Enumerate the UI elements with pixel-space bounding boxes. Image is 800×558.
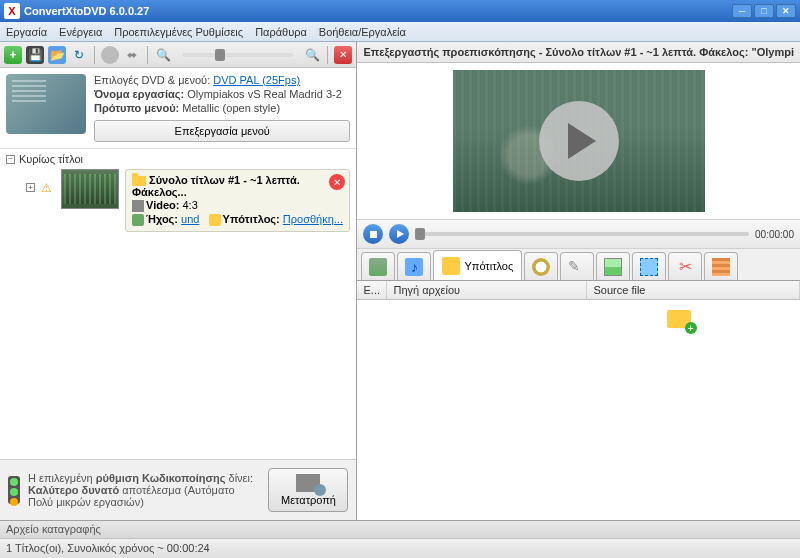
title-details: ✕ Σύνολο τίτλων #1 - ~1 λεπτά. Φάκελος..… xyxy=(125,169,350,232)
convert-button[interactable]: Μετατροπή xyxy=(268,468,348,512)
zoom-slider[interactable] xyxy=(182,53,293,57)
maximize-button[interactable]: □ xyxy=(754,4,774,18)
minimize-button[interactable]: ─ xyxy=(732,4,752,18)
zoom-out-icon[interactable]: 🔍 xyxy=(154,46,172,64)
dvd-name-label: Όνομα εργασίας: xyxy=(94,88,184,100)
time-label: 00:00:00 xyxy=(755,229,794,240)
edit-menu-button[interactable]: Επεξεργασία μενού xyxy=(94,120,350,142)
menu-presets[interactable]: Προεπιλεγμένες Ρυθμίσεις xyxy=(114,26,243,38)
quality-section: Η επιλεγμένη ρύθμιση Κωδικοποίησης δίνει… xyxy=(0,459,356,520)
tab-image[interactable] xyxy=(596,252,630,280)
app-icon: X xyxy=(4,3,20,19)
preview-header: Επεξεργαστής προεπισκόπησης - Σύνολο τίτ… xyxy=(357,42,800,63)
playback-controls: 00:00:00 xyxy=(357,219,800,249)
subtitle-table: E... Πηγή αρχείου Source file xyxy=(357,281,800,520)
main-titles-label: Κυρίως τίτλοι xyxy=(19,153,83,165)
tab-subtitles-label: Υπότιτλος xyxy=(464,260,513,272)
tab-video[interactable] xyxy=(361,252,395,280)
dvd-template-value: Metallic (open style) xyxy=(182,102,280,114)
col-source[interactable]: Πηγή αρχείου xyxy=(387,281,587,299)
merge-button[interactable]: ⬌ xyxy=(123,46,141,64)
dvd-options-link[interactable]: DVD PAL (25Fps) xyxy=(213,74,300,86)
subtitle-table-header: E... Πηγή αρχείου Source file xyxy=(357,281,800,300)
titles-tree: − Κυρίως τίτλοι + ⚠ ✕ Σύνολο τίτλων #1 -… xyxy=(0,149,356,236)
title-expander[interactable]: + xyxy=(26,183,35,192)
tab-crop[interactable] xyxy=(632,252,666,280)
dvd-info: Επιλογές DVD & μενού: DVD PAL (25Fps) Όν… xyxy=(94,74,350,142)
title-item: + ⚠ ✕ Σύνολο τίτλων #1 - ~1 λεπτά. Φάκελ… xyxy=(26,169,350,232)
menu-help[interactable]: Βοήθεια/Εργαλεία xyxy=(319,26,406,38)
timeline-slider[interactable] xyxy=(415,232,749,236)
image-icon xyxy=(604,258,622,276)
dvd-menu-thumb[interactable] xyxy=(6,74,86,134)
tab-segments[interactable] xyxy=(704,252,738,280)
audio-icon xyxy=(405,258,423,276)
dvd-template-label: Πρότυπο μενού: xyxy=(94,102,179,114)
separator xyxy=(147,46,148,64)
tab-cut[interactable]: ✂ xyxy=(668,252,702,280)
dvd-options-label: Επιλογές DVD & μενού: xyxy=(94,74,210,86)
close-button[interactable]: ✕ xyxy=(776,4,796,18)
title-header: Σύνολο τίτλων #1 - ~1 λεπτά. Φάκελος... xyxy=(132,174,300,198)
dvd-menu-section: Επιλογές DVD & μενού: DVD PAL (25Fps) Όν… xyxy=(0,68,356,149)
audio-label: Ήχος: xyxy=(146,213,178,225)
refresh-button[interactable]: ↻ xyxy=(70,46,88,64)
menubar: Εργασία Ενέργεια Προεπιλεγμένες Ρυθμίσει… xyxy=(0,22,800,42)
titlebar: X ConvertXtoDVD 6.0.0.27 ─ □ ✕ xyxy=(0,0,800,22)
disc-button[interactable] xyxy=(101,46,119,64)
menu-windows[interactable]: Παράθυρα xyxy=(255,26,307,38)
separator xyxy=(327,46,328,64)
separator xyxy=(94,46,95,64)
zoom-in-icon[interactable]: 🔍 xyxy=(303,46,321,64)
col-enabled[interactable]: E... xyxy=(357,281,387,299)
menu-file[interactable]: Εργασία xyxy=(6,26,47,38)
save-button[interactable]: 💾 xyxy=(26,46,44,64)
subtitle-icon xyxy=(442,257,460,275)
folder-icon xyxy=(132,176,146,186)
crop-icon xyxy=(640,258,658,276)
video-value: 4:3 xyxy=(182,199,197,211)
menu-action[interactable]: Ενέργεια xyxy=(59,26,102,38)
sound-icon xyxy=(132,214,144,226)
subtitle-icon xyxy=(209,214,221,226)
dvd-name-value: Olympiakos vS Real Madrid 3-2 xyxy=(187,88,342,100)
video-label: Video: xyxy=(146,199,179,211)
left-panel: + 💾 📂 ↻ ⬌ 🔍 🔍 ✕ Επιλογές DVD & μενού: DV… xyxy=(0,42,357,520)
col-sourcefile[interactable]: Source file xyxy=(587,281,800,299)
scissors-icon: ✂ xyxy=(676,258,694,276)
app-title: ConvertXtoDVD 6.0.0.27 xyxy=(24,5,149,17)
play-overlay-button[interactable] xyxy=(539,101,619,181)
open-button[interactable]: 📂 xyxy=(48,46,66,64)
film-icon xyxy=(369,258,387,276)
tab-audio[interactable] xyxy=(397,252,431,280)
editor-tabs: Υπότιτλος ✎ ✂ xyxy=(357,249,800,281)
preview-video xyxy=(453,70,705,212)
audio-link[interactable]: und xyxy=(181,213,199,225)
left-toolbar: + 💾 📂 ↻ ⬌ 🔍 🔍 ✕ xyxy=(0,42,356,68)
warning-icon: ⚠ xyxy=(41,181,55,193)
wand-icon: ✎ xyxy=(568,258,586,276)
play-button[interactable] xyxy=(389,224,409,244)
add-subtitle-button[interactable] xyxy=(667,310,691,328)
tree-expander[interactable]: − xyxy=(6,155,15,164)
tab-subtitles[interactable]: Υπότιτλος xyxy=(433,250,522,280)
title-thumbnail[interactable] xyxy=(61,169,119,209)
film-icon xyxy=(132,200,144,212)
tab-brightness[interactable]: ✎ xyxy=(560,252,594,280)
convert-icon xyxy=(296,474,320,492)
right-panel: Επεξεργαστής προεπισκόπησης - Σύνολο τίτ… xyxy=(357,42,800,520)
remove-button[interactable]: ✕ xyxy=(334,46,352,64)
add-button[interactable]: + xyxy=(4,46,22,64)
quality-text: Η επιλεγμένη ρύθμιση Κωδικοποίησης δίνει… xyxy=(28,472,260,508)
traffic-light-icon xyxy=(8,476,20,504)
convert-label: Μετατροπή xyxy=(281,494,336,506)
subtitle-add-link[interactable]: Προσθήκη... xyxy=(283,213,343,225)
clock-icon xyxy=(532,258,550,276)
stop-button[interactable] xyxy=(363,224,383,244)
preview-area xyxy=(357,63,800,219)
subtitle-label: Υπότιτλος: xyxy=(223,213,280,225)
filmstrip-icon xyxy=(712,258,730,276)
log-header[interactable]: Αρχείο καταγραφής xyxy=(0,520,800,538)
statusbar: 1 Τίτλος(οι), Συνολικός χρόνος ~ 00:00:2… xyxy=(0,538,800,558)
tab-chapters[interactable] xyxy=(524,252,558,280)
